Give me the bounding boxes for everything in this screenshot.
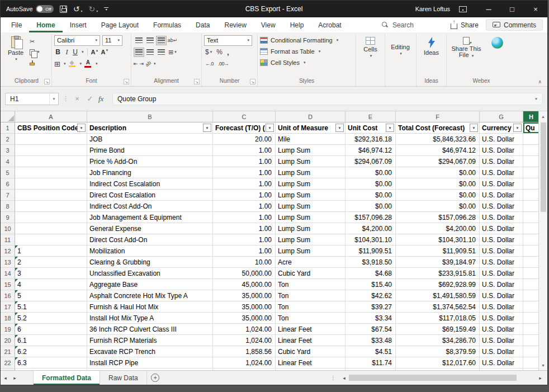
styles-item-0[interactable]: Conditional Formatting▾: [260, 35, 353, 46]
cell-currency[interactable]: U.S. Dollar: [480, 190, 523, 201]
cell-h[interactable]: [523, 134, 539, 145]
cell-unit-cost[interactable]: $104,301.10: [346, 234, 396, 245]
cell-total-cost[interactable]: $0.00: [396, 201, 480, 212]
cell-currency[interactable]: U.S. Dollar: [480, 245, 523, 257]
cell-h[interactable]: [523, 290, 539, 301]
cell-position-code[interactable]: [15, 167, 87, 178]
cell-total-cost[interactable]: $0.00: [396, 190, 480, 201]
format-painter-button[interactable]: [30, 58, 40, 67]
copy-button[interactable]: ▾: [30, 48, 40, 56]
share-file-dropdown-icon[interactable]: ▾: [472, 54, 474, 58]
percent-style-button[interactable]: %: [216, 48, 223, 56]
cell-forecast[interactable]: 1.00: [213, 190, 276, 201]
search-box[interactable]: Search: [382, 17, 414, 32]
cell-currency[interactable]: U.S. Dollar: [480, 268, 523, 279]
row-header-17[interactable]: 17: [1, 301, 15, 313]
cell-unit-of-measure[interactable]: Cubic Yard: [276, 268, 346, 279]
header-cell-d[interactable]: Unit of Measure▼: [276, 122, 346, 134]
row-header-9[interactable]: 9: [1, 212, 15, 223]
row-header-13[interactable]: 13: [1, 257, 15, 268]
row-header-3[interactable]: 3: [1, 145, 15, 156]
header-cell-g[interactable]: Currency▼: [480, 122, 523, 134]
cell-description[interactable]: Mobilization: [87, 245, 213, 257]
cell-position-code[interactable]: [15, 134, 87, 145]
cell-currency[interactable]: U.S. Dollar: [480, 134, 523, 145]
column-header-h[interactable]: H: [523, 111, 539, 122]
ribbon-tab-page-layout[interactable]: Page Layout: [94, 17, 146, 32]
align-left-button[interactable]: [134, 48, 144, 57]
filter-button[interactable]: ▼: [513, 124, 522, 132]
align-right-button[interactable]: [156, 48, 167, 57]
filter-button[interactable]: ▼: [266, 124, 274, 132]
cell-position-code[interactable]: [15, 212, 87, 223]
cell-unit-cost[interactable]: $0.00: [346, 178, 396, 190]
horizontal-scroll-thumb[interactable]: [349, 375, 517, 381]
cell-unit-cost[interactable]: $294,067.09: [346, 156, 396, 167]
customize-quick-access-icon[interactable]: ▾: [104, 7, 108, 11]
cell-currency[interactable]: U.S. Dollar: [480, 257, 523, 268]
cell-forecast[interactable]: 1,858.56: [213, 346, 276, 357]
cell-unit-of-measure[interactable]: Ton: [276, 290, 346, 301]
collapse-ribbon-icon[interactable]: ∧: [538, 79, 542, 84]
cell-unit-cost[interactable]: $3.34: [346, 313, 396, 324]
cell-total-cost[interactable]: $46,974.12: [396, 145, 480, 156]
cell-forecast[interactable]: 20.00: [213, 134, 276, 145]
cell-forecast[interactable]: 1,024.00: [213, 335, 276, 346]
header-cell-f[interactable]: Total Cost (Forecast)▼: [396, 122, 480, 134]
decrease-font-button[interactable]: A▼: [101, 49, 108, 55]
cell-unit-of-measure[interactable]: Lump Sum: [276, 212, 346, 223]
cell-total-cost[interactable]: $1,374,562.54: [396, 301, 480, 313]
cell-forecast[interactable]: 1.00: [213, 223, 276, 234]
cell-total-cost[interactable]: $69,159.49: [396, 324, 480, 335]
cell-currency[interactable]: U.S. Dollar: [480, 346, 523, 357]
select-all-corner[interactable]: [1, 111, 15, 122]
clipboard-dialog-launcher-icon[interactable]: ↘: [44, 79, 50, 84]
column-header-d[interactable]: D: [276, 111, 346, 122]
row-header-15[interactable]: 15: [1, 279, 15, 290]
cell-currency[interactable]: U.S. Dollar: [480, 156, 523, 167]
cell-position-code[interactable]: [15, 178, 87, 190]
cell-total-cost[interactable]: $5,846,323.66: [396, 134, 480, 145]
increase-indent-button[interactable]: ⇥: [140, 61, 144, 67]
cell-total-cost[interactable]: $11,909.51: [396, 245, 480, 257]
cell-h[interactable]: [523, 279, 539, 290]
cell-position-code[interactable]: [15, 156, 87, 167]
styles-item-1[interactable]: Format as Table▾: [260, 46, 353, 57]
cell-forecast[interactable]: 45,000.00: [213, 279, 276, 290]
cell-h[interactable]: [523, 313, 539, 324]
undo-dropdown-icon[interactable]: ▾: [81, 10, 82, 13]
cell-currency[interactable]: U.S. Dollar: [480, 178, 523, 190]
cell-total-cost[interactable]: $117,018.05: [396, 313, 480, 324]
cell-currency[interactable]: U.S. Dollar: [480, 357, 523, 369]
cell-h[interactable]: [523, 257, 539, 268]
increase-decimal-button[interactable]: ←.0: [205, 61, 214, 67]
cell-total-cost[interactable]: $34,286.70: [396, 335, 480, 346]
scroll-up-icon[interactable]: ▲: [539, 111, 547, 121]
column-header-f[interactable]: F: [396, 111, 480, 122]
cell-position-code[interactable]: 6: [15, 324, 87, 335]
cell-position-code[interactable]: 2: [15, 257, 87, 268]
bottom-align-button[interactable]: [156, 36, 167, 45]
cell-forecast[interactable]: 1.00: [213, 145, 276, 156]
cell-position-code[interactable]: 5.2: [15, 313, 87, 324]
orientation-dropdown-icon[interactable]: ▾: [154, 62, 156, 66]
formula-input[interactable]: Quote Group ▼: [112, 93, 543, 105]
cell-h[interactable]: [523, 178, 539, 190]
horizontal-scrollbar[interactable]: ◂ ▸: [339, 371, 547, 385]
font-size-select[interactable]: 11▾: [102, 35, 122, 46]
cell-unit-of-measure[interactable]: Lump Sum: [276, 156, 346, 167]
cell-total-cost[interactable]: $1,491,580.59: [396, 290, 480, 301]
cell-position-code[interactable]: 3: [15, 268, 87, 279]
vertical-scrollbar[interactable]: ▲ ▼: [538, 111, 547, 370]
cell-forecast[interactable]: 35,000.00: [213, 313, 276, 324]
cell-description[interactable]: Job Management & Equipment: [87, 212, 213, 223]
cell-unit-of-measure[interactable]: Lump Sum: [276, 145, 346, 156]
row-header-22[interactable]: 22: [1, 357, 15, 369]
filter-button[interactable]: ▼: [77, 124, 86, 132]
cell-currency[interactable]: U.S. Dollar: [480, 212, 523, 223]
cell-h[interactable]: [523, 245, 539, 257]
ribbon-tab-data[interactable]: Data: [188, 17, 217, 32]
cell-unit-of-measure[interactable]: Linear Feet: [276, 324, 346, 335]
cell-h[interactable]: [523, 223, 539, 234]
row-header-16[interactable]: 16: [1, 290, 15, 301]
